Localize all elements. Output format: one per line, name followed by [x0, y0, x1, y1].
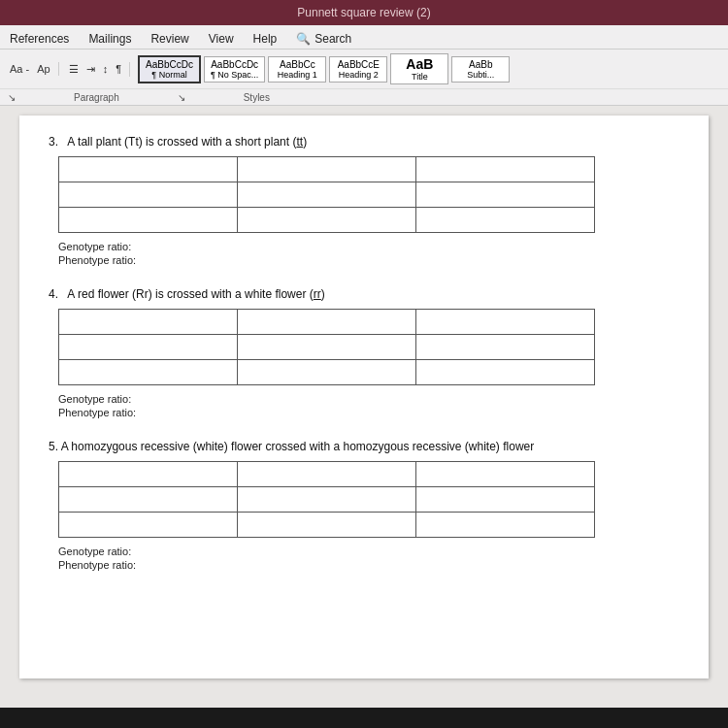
table-cell [237, 208, 415, 233]
tab-search[interactable]: 🔍 Search [294, 29, 353, 49]
styles-section: AaBbCcDc ¶ Normal AaBbCcDc ¶ No Spac... … [138, 53, 720, 84]
pilcrow-btn[interactable]: ¶ [114, 62, 123, 76]
ribbon-group-labels: ↘ Paragraph ↘ Styles [0, 89, 728, 105]
style-nospace-preview: AaBbCcDc [211, 59, 258, 70]
table-cell [237, 513, 415, 538]
ribbon-content: Aa - Ap ☰ ⇥ ↕ ¶ AaBbCcDc ¶ Normal AaBbCc… [0, 50, 728, 89]
table-cell [415, 360, 594, 385]
table-cell [415, 462, 594, 487]
table-cell [59, 335, 238, 360]
style-heading2[interactable]: AaBbCcE Heading 2 [329, 56, 387, 83]
group-label-paragraph: Paragraph [74, 92, 119, 103]
table-cell [59, 462, 238, 487]
table-cell [415, 335, 594, 360]
tab-view[interactable]: View [207, 29, 236, 49]
table-row [59, 157, 595, 182]
style-normal[interactable]: AaBbCcDc ¶ Normal [138, 55, 201, 83]
question-3-text: 3. A tall plant (Tt) is crossed with a s… [49, 135, 679, 149]
table-cell [415, 513, 594, 538]
style-subtitle[interactable]: AaBb Subti... [451, 56, 510, 83]
q3-genotype: Genotype ratio: [58, 241, 679, 252]
ribbon-tabs: References Mailings Review View Help 🔍 S… [0, 25, 728, 50]
table-cell [59, 513, 238, 538]
style-title[interactable]: AaB Title [390, 53, 448, 84]
table-cell [237, 182, 415, 208]
q3-underline: tt [296, 135, 303, 149]
punnett-table-5 [58, 461, 595, 538]
group-label-arrow2: ↘ [178, 92, 185, 103]
tab-mailings[interactable]: Mailings [86, 29, 133, 49]
table-cell [415, 208, 594, 233]
search-icon: 🔍 [296, 32, 311, 46]
font-section: Aa - Ap [8, 62, 59, 76]
style-normal-label: ¶ Normal [146, 70, 193, 80]
table-cell [237, 487, 415, 513]
tab-references[interactable]: References [8, 29, 71, 49]
table-cell [59, 310, 238, 335]
punnett-table-4 [58, 309, 595, 385]
table-cell [237, 310, 415, 335]
question-4: 4. A red flower (Rr) is crossed with a w… [49, 287, 679, 418]
indent-btn[interactable]: ⇥ [84, 62, 97, 77]
table-cell [59, 360, 238, 385]
table-cell [415, 157, 594, 182]
table-row [59, 335, 595, 360]
question-5: 5. A homozygous recessive (white) flower… [49, 440, 679, 571]
table-cell [59, 182, 238, 208]
list-btn[interactable]: ☰ [67, 62, 81, 77]
style-no-spacing[interactable]: AaBbCcDc ¶ No Spac... [204, 56, 265, 83]
style-subtitle-preview: AaBb [458, 59, 503, 70]
table-cell [59, 208, 238, 233]
style-heading1[interactable]: AaBbCc Heading 1 [268, 56, 326, 83]
table-row [59, 182, 595, 208]
tab-help[interactable]: Help [251, 29, 280, 49]
page: 3. A tall plant (Tt) is crossed with a s… [19, 116, 709, 678]
punnett-table-3 [58, 156, 595, 233]
tab-review[interactable]: Review [149, 29, 190, 49]
style-subtitle-label: Subti... [458, 70, 503, 80]
q4-underline: rr [314, 287, 321, 301]
search-label: Search [314, 32, 351, 46]
question-5-text: 5. A homozygous recessive (white) flower… [49, 440, 679, 453]
style-h1-label: Heading 1 [275, 70, 319, 80]
table-cell [415, 310, 594, 335]
question-4-text: 4. A red flower (Rr) is crossed with a w… [49, 287, 679, 301]
table-row [59, 462, 595, 487]
table-cell [415, 487, 594, 513]
q3-phenotype: Phenotype ratio: [58, 254, 679, 266]
q5-phenotype: Phenotype ratio: [58, 559, 679, 571]
q4-body: A red flower (Rr) is crossed with a whit… [61, 287, 324, 301]
question-3: 3. A tall plant (Tt) is crossed with a s… [49, 135, 679, 266]
font-style-btn[interactable]: Ap [35, 62, 51, 76]
q3-body: A tall plant (Tt) is crossed with a shor… [61, 135, 307, 149]
style-h1-preview: AaBbCc [275, 59, 319, 70]
style-nospace-label: ¶ No Spac... [211, 70, 258, 80]
table-cell [415, 182, 594, 208]
style-h2-label: Heading 2 [336, 70, 381, 80]
table-row [59, 310, 595, 335]
table-cell [59, 157, 238, 182]
table-cell [237, 157, 415, 182]
document-title: Punnett square review (2) [297, 6, 430, 19]
q4-phenotype: Phenotype ratio: [58, 407, 679, 418]
q4-number: 4. [49, 287, 58, 301]
document-area: 3. A tall plant (Tt) is crossed with a s… [0, 106, 728, 708]
table-cell [237, 360, 415, 385]
q5-genotype: Genotype ratio: [58, 546, 679, 557]
q3-number: 3. [49, 135, 58, 149]
table-row [59, 487, 595, 513]
style-h2-preview: AaBbCcE [336, 59, 381, 70]
q4-genotype: Genotype ratio: [58, 393, 679, 405]
font-size-btn[interactable]: Aa - [8, 62, 31, 76]
table-cell [237, 462, 415, 487]
style-title-preview: AaB [397, 56, 442, 72]
ribbon: References Mailings Review View Help 🔍 S… [0, 25, 728, 106]
title-bar: Punnett square review (2) [0, 0, 728, 25]
sort-btn[interactable]: ↕ [101, 62, 111, 76]
q5-number: 5. [49, 440, 58, 453]
paragraph-icons-section: ☰ ⇥ ↕ ¶ [67, 62, 130, 77]
style-title-label: Title [397, 72, 442, 82]
group-label-arrow: ↘ [8, 92, 16, 103]
style-normal-preview: AaBbCcDc [146, 59, 193, 70]
table-row [59, 360, 595, 385]
